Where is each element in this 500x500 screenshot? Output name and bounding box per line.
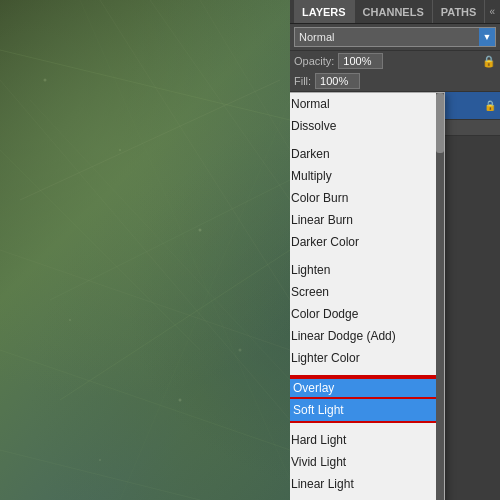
- tab-layers[interactable]: LAYERS: [294, 0, 355, 23]
- dropdown-item-pin-light[interactable]: Pin Light: [290, 495, 444, 500]
- dropdown-item-color-dodge[interactable]: Color Dodge: [290, 303, 444, 325]
- svg-point-15: [44, 79, 47, 82]
- svg-point-16: [119, 149, 121, 151]
- svg-line-9: [0, 450, 200, 500]
- dropdown-item-lighten[interactable]: Lighten: [290, 259, 444, 281]
- tab-channels[interactable]: CHANNELS: [355, 0, 433, 23]
- dropdown-item-multiply[interactable]: Multiply: [290, 165, 444, 187]
- dropdown-item-linear-light[interactable]: Linear Light: [290, 473, 444, 495]
- svg-line-1: [20, 80, 280, 200]
- svg-point-21: [239, 349, 242, 352]
- ps-panel: LAYERS CHANNELS PATHS « Normal ▼ Opacity…: [290, 0, 500, 500]
- dropdown-item-vivid-light[interactable]: Vivid Light: [290, 451, 444, 473]
- dropdown-item-darker-color[interactable]: Darker Color: [290, 231, 444, 253]
- svg-line-10: [30, 100, 290, 380]
- svg-point-17: [199, 229, 202, 232]
- fill-label: Fill:: [294, 75, 311, 87]
- dropdown-item-color-burn[interactable]: Color Burn: [290, 187, 444, 209]
- svg-line-14: [0, 80, 290, 420]
- opacity-row: Opacity: 🔒: [290, 51, 500, 71]
- opacity-input[interactable]: [338, 53, 383, 69]
- tab-bar: LAYERS CHANNELS PATHS «: [290, 0, 500, 24]
- svg-point-20: [99, 459, 101, 461]
- fill-input[interactable]: [315, 73, 360, 89]
- svg-line-6: [150, 0, 290, 200]
- dropdown-item-overlay[interactable]: Overlay: [290, 377, 442, 399]
- dropdown-item-soft-light[interactable]: Soft Light: [290, 399, 442, 421]
- svg-point-19: [179, 399, 182, 402]
- blend-mode-row: Normal ▼: [290, 24, 500, 51]
- svg-point-18: [69, 319, 71, 321]
- dropdown-item-lighter-color[interactable]: Lighter Color: [290, 347, 444, 369]
- fill-row: Fill:: [290, 71, 500, 92]
- tab-paths[interactable]: PATHS: [433, 0, 486, 23]
- blend-mode-dropdown: Normal Dissolve Darken Multiply Color Bu…: [290, 92, 445, 500]
- highlighted-group: Overlay Soft Light: [290, 375, 444, 423]
- dropdown-item-darken[interactable]: Darken: [290, 143, 444, 165]
- dropdown-item-linear-burn[interactable]: Linear Burn: [290, 209, 444, 231]
- dropdown-item-screen[interactable]: Screen: [290, 281, 444, 303]
- svg-line-0: [0, 50, 290, 120]
- dropdown-item-hard-light[interactable]: Hard Light: [290, 429, 444, 451]
- svg-line-12: [0, 250, 290, 350]
- opacity-label: Opacity:: [294, 55, 334, 67]
- dropdown-item-normal[interactable]: Normal: [290, 93, 444, 115]
- dropdown-item-linear-dodge[interactable]: Linear Dodge (Add): [290, 325, 444, 347]
- svg-line-2: [50, 180, 290, 300]
- dropdown-scrollbar[interactable]: [436, 93, 444, 500]
- svg-line-8: [200, 0, 290, 150]
- dropdown-item-dissolve[interactable]: Dissolve: [290, 115, 444, 137]
- blend-mode-arrow[interactable]: ▼: [479, 28, 495, 46]
- panel-collapse-button[interactable]: «: [485, 6, 499, 17]
- layers-area: round 🔒 t Normal Dissolve Darken Multipl…: [290, 92, 500, 500]
- svg-line-5: [60, 250, 290, 400]
- blend-mode-label: Normal: [295, 31, 479, 43]
- layer-lock-icon: 🔒: [484, 100, 496, 111]
- lock-icon: 🔒: [482, 55, 496, 68]
- svg-line-7: [0, 350, 290, 450]
- svg-line-11: [80, 0, 290, 480]
- blend-mode-select[interactable]: Normal ▼: [294, 27, 496, 47]
- svg-line-3: [0, 150, 200, 350]
- scrollbar-thumb[interactable]: [436, 93, 444, 153]
